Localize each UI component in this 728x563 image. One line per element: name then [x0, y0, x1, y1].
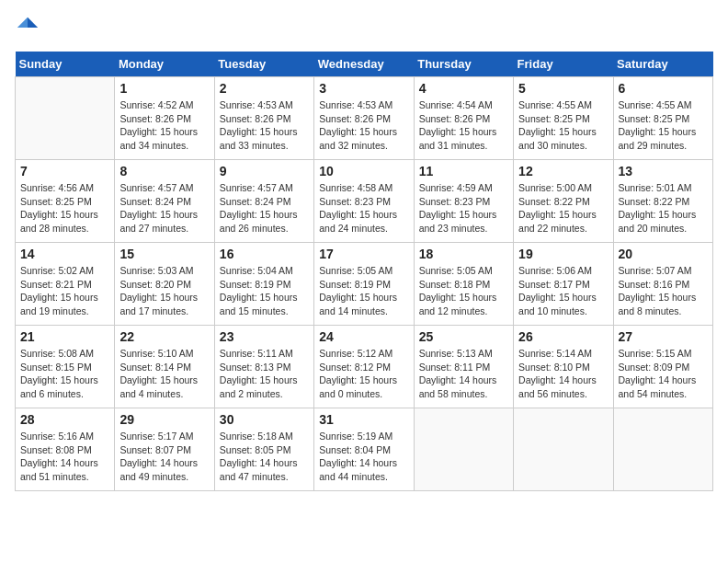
day-detail: Sunrise: 4:56 AM Sunset: 8:25 PM Dayligh… — [20, 181, 109, 236]
day-number: 26 — [518, 329, 608, 344]
day-detail: Sunrise: 4:53 AM Sunset: 8:26 PM Dayligh… — [319, 98, 408, 153]
calendar-cell — [613, 408, 712, 491]
day-number: 30 — [220, 412, 309, 427]
day-number: 2 — [220, 81, 309, 96]
calendar-cell: 28Sunrise: 5:16 AM Sunset: 8:08 PM Dayli… — [16, 408, 115, 491]
day-number: 1 — [119, 81, 209, 96]
calendar-body: 1Sunrise: 4:52 AM Sunset: 8:26 PM Daylig… — [16, 77, 713, 491]
day-detail: Sunrise: 4:52 AM Sunset: 8:26 PM Dayligh… — [119, 98, 209, 153]
day-detail: Sunrise: 4:57 AM Sunset: 8:24 PM Dayligh… — [220, 181, 309, 236]
calendar-cell: 4Sunrise: 4:54 AM Sunset: 8:26 PM Daylig… — [414, 77, 513, 160]
calendar-cell: 3Sunrise: 4:53 AM Sunset: 8:26 PM Daylig… — [314, 77, 414, 160]
column-header-friday: Friday — [514, 52, 613, 77]
calendar-cell: 17Sunrise: 5:05 AM Sunset: 8:19 PM Dayli… — [314, 243, 414, 326]
day-number: 13 — [619, 164, 708, 178]
logo-icon — [15, 15, 40, 40]
calendar-cell: 29Sunrise: 5:17 AM Sunset: 8:07 PM Dayli… — [115, 408, 214, 491]
day-detail: Sunrise: 5:16 AM Sunset: 8:08 PM Dayligh… — [20, 430, 109, 484]
calendar-cell: 23Sunrise: 5:11 AM Sunset: 8:13 PM Dayli… — [214, 326, 313, 408]
calendar-cell: 8Sunrise: 4:57 AM Sunset: 8:24 PM Daylig… — [115, 160, 214, 243]
column-header-thursday: Thursday — [414, 52, 513, 77]
calendar-cell: 24Sunrise: 5:12 AM Sunset: 8:12 PM Dayli… — [314, 326, 414, 408]
logo — [15, 15, 44, 40]
column-header-wednesday: Wednesday — [314, 52, 414, 77]
day-number: 28 — [20, 412, 109, 427]
calendar-cell: 15Sunrise: 5:03 AM Sunset: 8:20 PM Dayli… — [115, 243, 214, 326]
calendar-week-4: 21Sunrise: 5:08 AM Sunset: 8:15 PM Dayli… — [16, 326, 713, 408]
column-header-tuesday: Tuesday — [214, 52, 313, 77]
calendar-cell: 14Sunrise: 5:02 AM Sunset: 8:21 PM Dayli… — [16, 243, 115, 326]
day-detail: Sunrise: 5:03 AM Sunset: 8:20 PM Dayligh… — [119, 264, 209, 318]
calendar-cell: 1Sunrise: 4:52 AM Sunset: 8:26 PM Daylig… — [115, 77, 214, 160]
day-number: 24 — [319, 329, 408, 344]
calendar-cell: 12Sunrise: 5:00 AM Sunset: 8:22 PM Dayli… — [514, 160, 613, 243]
calendar-cell: 5Sunrise: 4:55 AM Sunset: 8:25 PM Daylig… — [514, 77, 613, 160]
day-detail: Sunrise: 4:55 AM Sunset: 8:25 PM Dayligh… — [518, 98, 608, 153]
day-number: 7 — [20, 164, 109, 178]
day-number: 21 — [20, 329, 109, 344]
day-detail: Sunrise: 4:54 AM Sunset: 8:26 PM Dayligh… — [419, 98, 508, 153]
day-detail: Sunrise: 5:17 AM Sunset: 8:07 PM Dayligh… — [119, 430, 209, 484]
day-number: 5 — [518, 81, 608, 96]
calendar-cell: 18Sunrise: 5:05 AM Sunset: 8:18 PM Dayli… — [414, 243, 513, 326]
day-number: 23 — [220, 329, 309, 344]
calendar-week-2: 7Sunrise: 4:56 AM Sunset: 8:25 PM Daylig… — [16, 160, 713, 243]
calendar-cell: 26Sunrise: 5:14 AM Sunset: 8:10 PM Dayli… — [514, 326, 613, 408]
day-detail: Sunrise: 5:06 AM Sunset: 8:17 PM Dayligh… — [518, 264, 608, 318]
day-detail: Sunrise: 4:53 AM Sunset: 8:26 PM Dayligh… — [220, 98, 309, 153]
day-number: 31 — [319, 412, 408, 427]
day-detail: Sunrise: 5:14 AM Sunset: 8:10 PM Dayligh… — [518, 347, 608, 401]
day-number: 8 — [119, 164, 209, 178]
day-number: 6 — [619, 81, 708, 96]
calendar-cell: 9Sunrise: 4:57 AM Sunset: 8:24 PM Daylig… — [214, 160, 313, 243]
day-number: 10 — [319, 164, 408, 178]
day-detail: Sunrise: 5:04 AM Sunset: 8:19 PM Dayligh… — [220, 264, 309, 318]
day-number: 15 — [119, 247, 209, 261]
day-detail: Sunrise: 4:55 AM Sunset: 8:25 PM Dayligh… — [619, 98, 708, 153]
day-detail: Sunrise: 5:05 AM Sunset: 8:19 PM Dayligh… — [319, 264, 408, 318]
day-detail: Sunrise: 5:18 AM Sunset: 8:05 PM Dayligh… — [220, 430, 309, 484]
day-number: 16 — [220, 247, 309, 261]
calendar-cell: 20Sunrise: 5:07 AM Sunset: 8:16 PM Dayli… — [613, 243, 712, 326]
calendar-cell: 10Sunrise: 4:58 AM Sunset: 8:23 PM Dayli… — [314, 160, 414, 243]
svg-marker-0 — [28, 17, 38, 28]
day-number: 22 — [119, 329, 209, 344]
day-number: 25 — [419, 329, 508, 344]
calendar-cell: 2Sunrise: 4:53 AM Sunset: 8:26 PM Daylig… — [214, 77, 313, 160]
calendar-cell — [514, 408, 613, 491]
day-number: 4 — [419, 81, 508, 96]
calendar-cell — [16, 77, 115, 160]
day-detail: Sunrise: 5:15 AM Sunset: 8:09 PM Dayligh… — [619, 347, 708, 401]
calendar-cell: 22Sunrise: 5:10 AM Sunset: 8:14 PM Dayli… — [115, 326, 214, 408]
column-header-sunday: Sunday — [16, 52, 115, 77]
calendar-cell: 30Sunrise: 5:18 AM Sunset: 8:05 PM Dayli… — [214, 408, 313, 491]
calendar-cell: 27Sunrise: 5:15 AM Sunset: 8:09 PM Dayli… — [613, 326, 712, 408]
calendar-cell: 7Sunrise: 4:56 AM Sunset: 8:25 PM Daylig… — [16, 160, 115, 243]
day-detail: Sunrise: 5:02 AM Sunset: 8:21 PM Dayligh… — [20, 264, 109, 318]
day-detail: Sunrise: 5:00 AM Sunset: 8:22 PM Dayligh… — [518, 181, 608, 236]
calendar-week-3: 14Sunrise: 5:02 AM Sunset: 8:21 PM Dayli… — [16, 243, 713, 326]
day-detail: Sunrise: 5:13 AM Sunset: 8:11 PM Dayligh… — [419, 347, 508, 401]
page-header — [15, 15, 713, 40]
day-number: 11 — [419, 164, 508, 178]
day-number: 18 — [419, 247, 508, 261]
day-number: 27 — [619, 329, 708, 344]
day-detail: Sunrise: 5:05 AM Sunset: 8:18 PM Dayligh… — [419, 264, 508, 318]
day-number: 17 — [319, 247, 408, 261]
calendar-cell: 25Sunrise: 5:13 AM Sunset: 8:11 PM Dayli… — [414, 326, 513, 408]
day-number: 20 — [619, 247, 708, 261]
day-number: 9 — [220, 164, 309, 178]
day-number: 29 — [119, 412, 209, 427]
calendar-cell: 21Sunrise: 5:08 AM Sunset: 8:15 PM Dayli… — [16, 326, 115, 408]
calendar-cell — [414, 408, 513, 491]
day-detail: Sunrise: 5:07 AM Sunset: 8:16 PM Dayligh… — [619, 264, 708, 318]
day-detail: Sunrise: 4:57 AM Sunset: 8:24 PM Dayligh… — [119, 181, 209, 236]
day-detail: Sunrise: 5:01 AM Sunset: 8:22 PM Dayligh… — [619, 181, 708, 236]
calendar-cell: 13Sunrise: 5:01 AM Sunset: 8:22 PM Dayli… — [613, 160, 712, 243]
svg-marker-1 — [17, 17, 28, 28]
day-detail: Sunrise: 5:12 AM Sunset: 8:12 PM Dayligh… — [319, 347, 408, 401]
day-detail: Sunrise: 4:59 AM Sunset: 8:23 PM Dayligh… — [419, 181, 508, 236]
day-number: 3 — [319, 81, 408, 96]
calendar-header: SundayMondayTuesdayWednesdayThursdayFrid… — [16, 52, 713, 77]
calendar-week-1: 1Sunrise: 4:52 AM Sunset: 8:26 PM Daylig… — [16, 77, 713, 160]
